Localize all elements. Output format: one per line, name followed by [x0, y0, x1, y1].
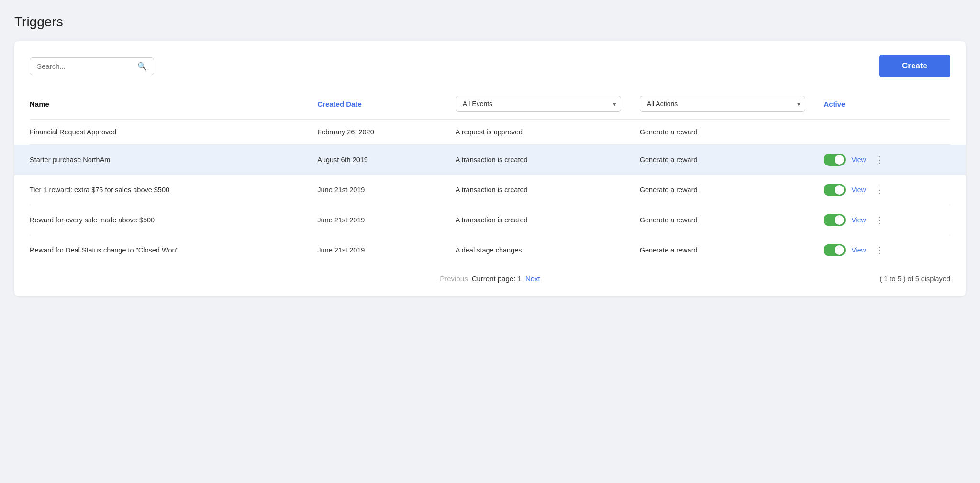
search-icon: 🔍: [137, 62, 147, 71]
active-toggle[interactable]: [824, 184, 846, 196]
table-row: Starter purchase NorthAm August 6th 2019…: [14, 145, 966, 175]
create-button[interactable]: Create: [879, 55, 950, 77]
search-input[interactable]: [37, 62, 134, 70]
table-row: Reward for Deal Status change to "Closed…: [30, 235, 950, 265]
next-button[interactable]: Next: [525, 274, 540, 283]
row-event: A deal stage changes: [456, 246, 640, 254]
table-header: Name Created Date All Events A request i…: [30, 91, 950, 120]
col-active-header: Active: [824, 100, 950, 108]
row-event: A transaction is created: [456, 186, 640, 194]
actions-filter-select[interactable]: All Actions Generate a reward: [640, 96, 805, 112]
col-created-header[interactable]: Created Date: [317, 100, 456, 108]
row-action: Generate a reward: [640, 246, 824, 254]
view-link[interactable]: View: [851, 216, 866, 224]
row-event: A request is approved: [456, 128, 640, 136]
pagination: Previous Current page: 1 Next ( 1 to 5 )…: [30, 265, 950, 285]
row-actions-cell: View ⋮: [824, 184, 950, 196]
current-page: Current page: 1: [472, 274, 522, 283]
page-title: Triggers: [14, 14, 966, 30]
events-select-wrapper: All Events A request is approved A trans…: [456, 96, 621, 112]
row-action: Generate a reward: [640, 156, 824, 164]
row-action: Generate a reward: [640, 186, 824, 194]
row-action: Generate a reward: [640, 128, 824, 136]
row-name: Starter purchase NorthAm: [30, 156, 317, 164]
row-actions-cell: View ⋮: [824, 244, 950, 256]
table-row: Tier 1 reward: extra $75 for sales above…: [30, 175, 950, 205]
events-filter-select[interactable]: All Events A request is approved A trans…: [456, 96, 621, 112]
row-created-date: June 21st 2019: [317, 246, 456, 254]
more-options-button[interactable]: ⋮: [872, 214, 886, 226]
pagination-info: ( 1 to 5 ) of 5 displayed: [880, 275, 951, 283]
row-name: Tier 1 reward: extra $75 for sales above…: [30, 186, 317, 194]
table-row: Reward for every sale made above $500 Ju…: [30, 205, 950, 235]
row-actions-cell: View ⋮: [824, 214, 950, 226]
search-wrapper: 🔍: [30, 57, 154, 75]
row-created-date: June 21st 2019: [317, 216, 456, 224]
row-action: Generate a reward: [640, 216, 824, 224]
active-toggle[interactable]: [824, 214, 846, 226]
col-events-filter: All Events A request is approved A trans…: [456, 96, 640, 112]
row-event: A transaction is created: [456, 156, 640, 164]
row-created-date: August 6th 2019: [317, 156, 456, 164]
row-name: Financial Request Approved: [30, 128, 317, 136]
actions-select-wrapper: All Actions Generate a reward: [640, 96, 805, 112]
row-actions-cell: View ⋮: [824, 154, 950, 166]
row-created-date: February 26, 2020: [317, 128, 456, 136]
table-body: Financial Request Approved February 26, …: [30, 120, 950, 265]
table-row: Financial Request Approved February 26, …: [30, 120, 950, 145]
row-event: A transaction is created: [456, 216, 640, 224]
previous-button[interactable]: Previous: [440, 274, 468, 283]
view-link[interactable]: View: [851, 246, 866, 254]
row-name: Reward for every sale made above $500: [30, 216, 317, 224]
more-options-button[interactable]: ⋮: [872, 154, 886, 166]
active-toggle[interactable]: [824, 154, 846, 166]
more-options-button[interactable]: ⋮: [872, 184, 886, 196]
view-link[interactable]: View: [851, 186, 866, 194]
view-link[interactable]: View: [851, 156, 866, 164]
more-options-button[interactable]: ⋮: [872, 244, 886, 256]
col-name-header: Name: [30, 100, 317, 108]
col-actions-filter: All Actions Generate a reward: [640, 96, 824, 112]
main-card: 🔍 Create Name Created Date All Events A …: [14, 41, 966, 296]
active-toggle[interactable]: [824, 244, 846, 256]
toolbar: 🔍 Create: [30, 55, 950, 77]
row-name: Reward for Deal Status change to "Closed…: [30, 246, 317, 254]
row-created-date: June 21st 2019: [317, 186, 456, 194]
